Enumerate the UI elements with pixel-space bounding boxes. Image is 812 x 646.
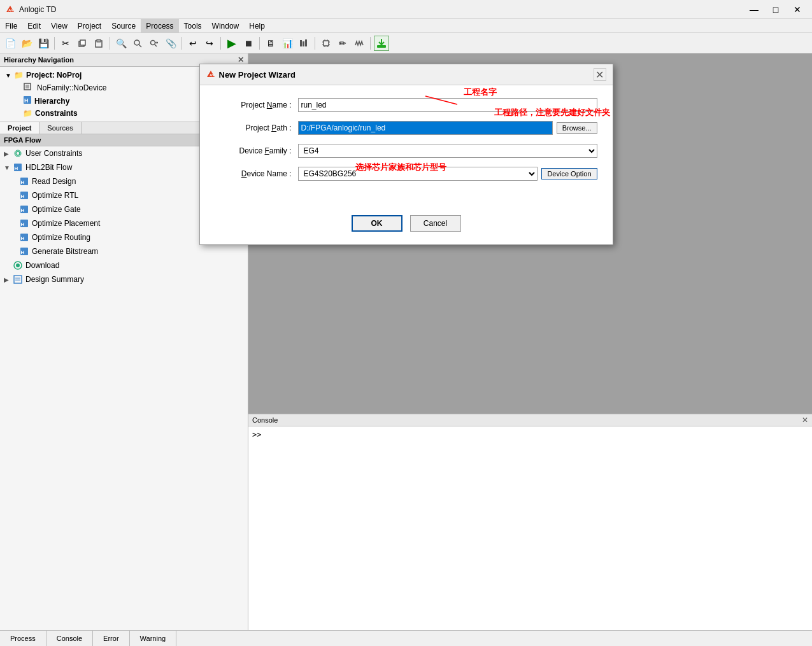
toolbar-sep7 (370, 37, 371, 50)
project-path-label: Project Path : (215, 123, 298, 132)
download-icon (13, 260, 23, 270)
status-tab-error[interactable]: Error (93, 631, 129, 646)
flow-item-generate-bitstream[interactable]: H Generate Bitstream (0, 244, 248, 258)
cancel-button[interactable]: Cancel (410, 215, 461, 232)
device-name-label: Device Name : (215, 169, 298, 178)
flow-item-design-summary[interactable]: ▶ Design Summary (0, 272, 248, 286)
device-family-select[interactable]: EG4 (298, 144, 597, 158)
toolbar-paste[interactable] (91, 36, 106, 51)
close-button[interactable]: ✕ (788, 3, 807, 16)
toolbar-sep1 (54, 37, 55, 50)
hdl-icon-hierarchy: H (23, 95, 32, 106)
svg-text:H: H (21, 207, 25, 213)
svg-rect-49 (14, 276, 22, 283)
console-header: Console ✕ (248, 414, 812, 426)
optimize-rtl-icon: H (19, 190, 29, 200)
console-panel: Console ✕ >> (248, 414, 812, 630)
flow-arrow-hdl2bit: ▼ (4, 164, 13, 171)
maximize-button[interactable]: □ (766, 3, 785, 16)
toolbar-search[interactable]: 🔍 (113, 36, 129, 51)
tree-label-constraints: Constraints (35, 109, 78, 118)
toolbar-open[interactable]: 📂 (19, 36, 34, 51)
tab-project[interactable]: Project (0, 122, 39, 134)
folder-icon: 📁 (14, 71, 24, 80)
device-option-button[interactable]: Device Option (541, 168, 597, 179)
tab-sources[interactable]: Sources (39, 122, 81, 134)
ok-button[interactable]: OK (352, 215, 402, 232)
console-close[interactable]: ✕ (802, 416, 808, 425)
status-tab-console[interactable]: Console (46, 631, 93, 646)
toolbar-redo[interactable]: ↪ (202, 36, 217, 51)
svg-text:H: H (15, 165, 18, 171)
toolbar-sep5 (259, 37, 260, 50)
svg-rect-5 (97, 39, 101, 42)
svg-rect-11 (300, 40, 302, 46)
project-name-row: Project Name : 工程名字 (215, 98, 597, 112)
svg-point-31 (16, 151, 20, 155)
flow-label-user-constraints: User Constraints (25, 149, 82, 158)
hdl2bit-icon: H (13, 162, 23, 172)
menu-tools[interactable]: Tools (179, 19, 207, 32)
menu-project[interactable]: Project (73, 19, 106, 32)
menu-source[interactable]: Source (106, 19, 141, 32)
svg-rect-3 (80, 40, 85, 45)
minimize-button[interactable]: — (744, 3, 764, 16)
menu-help[interactable]: Help (244, 19, 270, 32)
toolbar-findnext[interactable] (146, 36, 162, 51)
dialog-close-button[interactable]: ✕ (594, 68, 606, 81)
device-name-select[interactable]: EG4S20BG256 (298, 167, 538, 181)
toolbar-undo[interactable]: ↩ (185, 36, 201, 51)
status-bar: Process Console Error Warning (0, 630, 812, 646)
menu-view[interactable]: View (46, 19, 73, 32)
console-prompt: >> (252, 430, 261, 439)
toolbar-chart[interactable]: 📊 (280, 36, 295, 51)
optimize-routing-icon: H (19, 232, 29, 242)
tree-label-device: NoFamily::NoDevice (37, 83, 106, 92)
app-icon: AV (5, 4, 15, 15)
toolbar-download[interactable] (374, 36, 389, 51)
flow-label-optimize-routing: Optimize Routing (32, 233, 90, 242)
svg-text:AV: AV (210, 73, 215, 77)
project-path-input[interactable] (298, 121, 553, 135)
menu-window[interactable]: Window (207, 19, 245, 32)
hierarchy-close[interactable]: ✕ (238, 55, 244, 64)
device-family-label: Device Family : (215, 146, 298, 155)
flow-label-download: Download (25, 261, 59, 270)
title-bar: AV Anlogic TD — □ ✕ (0, 0, 812, 19)
project-name-input[interactable] (298, 98, 597, 112)
status-tab-warning[interactable]: Warning (130, 631, 177, 646)
menu-process[interactable]: Process (141, 19, 178, 32)
constraints-folder-icon: 📁 (23, 109, 32, 118)
toolbar-waveform[interactable] (352, 36, 367, 51)
read-design-icon: H (19, 176, 29, 186)
console-content: >> (248, 426, 812, 630)
svg-point-48 (16, 263, 20, 267)
svg-rect-23 (377, 45, 386, 48)
toolbar-find[interactable] (130, 36, 145, 51)
toolbar-bookmark[interactable]: 📎 (163, 36, 178, 51)
flow-item-download[interactable]: Download (0, 258, 248, 272)
toolbar-edit-pencil[interactable]: ✏ (335, 36, 350, 51)
svg-text:H: H (21, 179, 25, 185)
toolbar-new[interactable]: 📄 (3, 36, 18, 51)
flow-label-optimize-rtl: Optimize RTL (32, 191, 78, 200)
status-tab-process[interactable]: Process (0, 631, 46, 646)
svg-text:AV: AV (8, 8, 13, 12)
toolbar-copy[interactable] (75, 36, 90, 51)
toolbar-cut[interactable]: ✂ (58, 36, 73, 51)
browse-button[interactable]: Browse... (557, 122, 597, 134)
toolbar-run[interactable]: ▶ (224, 36, 239, 51)
console-title: Console (252, 416, 278, 424)
toolbar-stop[interactable]: ⏹ (241, 36, 256, 51)
dialog-title: New Project Wizard (219, 70, 590, 80)
toolbar-chip[interactable] (318, 36, 334, 51)
svg-rect-13 (305, 39, 307, 46)
toolbar-flow[interactable] (296, 36, 311, 51)
menu-file[interactable]: File (0, 19, 22, 32)
toolbar-save[interactable]: 💾 (36, 36, 51, 51)
svg-rect-28 (25, 85, 29, 88)
menu-edit[interactable]: Edit (22, 19, 46, 32)
dialog-title-bar: AV New Project Wizard ✕ (200, 64, 613, 85)
annotation-project-name: 工程名字 (464, 87, 497, 98)
toolbar-program[interactable]: 🖥 (263, 36, 278, 51)
